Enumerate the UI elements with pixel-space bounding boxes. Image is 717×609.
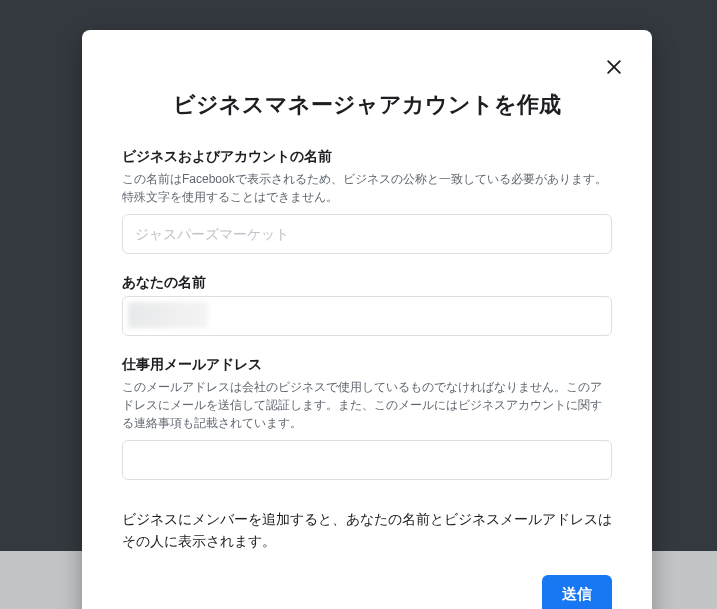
close-button[interactable] xyxy=(600,54,628,82)
work-email-label: 仕事用メールアドレス xyxy=(122,356,612,374)
business-name-group: ビジネスおよびアカウントの名前 この名前はFacebookで表示されるため、ビジ… xyxy=(122,148,612,254)
modal-title: ビジネスマネージャアカウントを作成 xyxy=(122,90,612,120)
create-business-manager-modal: ビジネスマネージャアカウントを作成 ビジネスおよびアカウントの名前 この名前はF… xyxy=(82,30,652,609)
disclosure-text: ビジネスにメンバーを追加すると、あなたの名前とビジネスメールアドレスはその人に表… xyxy=(122,508,612,553)
business-name-label: ビジネスおよびアカウントの名前 xyxy=(122,148,612,166)
work-email-desc: このメールアドレスは会社のビジネスで使用しているものでなければなりません。このア… xyxy=(122,378,612,432)
business-name-input[interactable] xyxy=(122,214,612,254)
your-name-group: あなたの名前 xyxy=(122,274,612,336)
work-email-group: 仕事用メールアドレス このメールアドレスは会社のビジネスで使用しているものでなけ… xyxy=(122,356,612,480)
close-icon xyxy=(604,57,624,80)
button-row: 送信 xyxy=(122,575,612,609)
submit-button[interactable]: 送信 xyxy=(542,575,612,609)
your-name-input[interactable] xyxy=(122,296,612,336)
your-name-label: あなたの名前 xyxy=(122,274,612,292)
work-email-input[interactable] xyxy=(122,440,612,480)
business-name-desc: この名前はFacebookで表示されるため、ビジネスの公称と一致している必要があ… xyxy=(122,170,612,206)
